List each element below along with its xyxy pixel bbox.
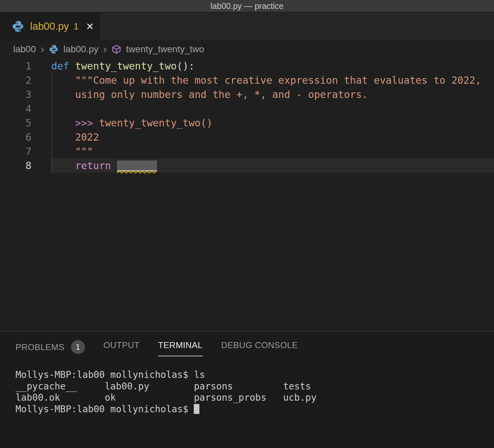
line-number: 4 [0, 102, 31, 116]
code-text: using only numbers and the +, *, and - o… [51, 87, 494, 102]
selection-highlight [117, 160, 157, 171]
code-line-6[interactable]: 6 2022 [0, 130, 494, 144]
code-token [51, 117, 75, 129]
code-token: 2022 [75, 131, 99, 143]
terminal-cursor [194, 404, 199, 414]
chevron-right-icon: › [103, 43, 107, 56]
code-line-7[interactable]: 7 """ [0, 144, 494, 158]
terminal-line: Mollys-MBP:lab00 mollynicholas$ [16, 404, 494, 415]
code-token: """Come up with the most creative expres… [75, 74, 481, 86]
tab-label: lab00.py [30, 21, 69, 32]
panel-tab-bar: PROBLEMS1OUTPUTTERMINALDEBUG CONSOLE [0, 332, 494, 359]
code-token: (): [177, 60, 194, 72]
code-text: 2022 [51, 130, 494, 144]
chevron-right-icon: › [41, 43, 44, 56]
line-number: 2 [0, 73, 31, 87]
line-number: 1 [0, 59, 31, 73]
warning-squiggle-icon [117, 171, 157, 174]
panel-tab-output[interactable]: OUTPUT [103, 340, 140, 356]
tab-problem-count-badge: 1 [73, 21, 79, 32]
code-token: """ [75, 146, 93, 157]
code-token: twenty_twenty_two [75, 60, 177, 72]
panel-tab-label: OUTPUT [103, 340, 140, 350]
terminal-line: lab00.ok ok parsons_probs ucb.py [16, 392, 494, 404]
code-line-2[interactable]: 2 """Come up with the most creative expr… [0, 73, 494, 87]
code-line-8[interactable]: 8 return [0, 158, 494, 173]
panel-tab-terminal[interactable]: TERMINAL [158, 340, 203, 356]
code-token [51, 131, 75, 143]
breadcrumb: lab00 › lab00.py › twenty_twenty_two [0, 40, 494, 58]
line-number: 3 [0, 87, 31, 102]
code-token [51, 160, 75, 171]
line-number: 6 [0, 130, 31, 144]
python-file-icon [12, 20, 24, 33]
code-text: return [51, 158, 494, 173]
panel-tab-label: TERMINAL [158, 340, 203, 350]
breadcrumb-symbol[interactable]: twenty_twenty_two [126, 44, 204, 55]
code-line-4[interactable]: 4 [0, 102, 494, 116]
terminal-output[interactable]: Mollys-MBP:lab00 mollynicholas$ ls__pyca… [0, 359, 494, 415]
panel-tab-debug-console[interactable]: DEBUG CONSOLE [221, 340, 298, 356]
code-token [51, 89, 75, 100]
window-title: lab00.py — practice [211, 1, 284, 11]
window-titlebar: lab00.py — practice [0, 0, 494, 12]
code-line-5[interactable]: 5 >>> twenty_twenty_two() [0, 116, 494, 130]
code-text: >>> twenty_twenty_two() [51, 116, 494, 130]
code-text: def twenty_twenty_two(): [51, 59, 494, 73]
code-token: twenty_twenty_two() [99, 117, 213, 129]
terminal-line: __pycache__ lab00.py parsons tests [16, 381, 494, 392]
line-number: 8 [0, 158, 31, 173]
code-token [93, 117, 99, 129]
breadcrumb-folder[interactable]: lab00 [13, 44, 36, 55]
code-editor[interactable]: 1def twenty_twenty_two():2 """Come up wi… [0, 58, 494, 331]
code-token: def [51, 60, 69, 72]
code-token: using only numbers and the +, *, and - o… [75, 89, 368, 100]
line-number: 7 [0, 144, 31, 158]
panel-tab-problems[interactable]: PROBLEMS1 [16, 340, 85, 359]
editor-tab-bar: lab00.py 1 ✕ [0, 12, 494, 40]
line-number: 5 [0, 116, 31, 130]
code-text: """ [51, 144, 494, 158]
code-token [69, 60, 75, 72]
code-text [51, 102, 494, 116]
vscode-window: lab00.py — practice lab00.py 1 ✕ lab00 ›… [0, 0, 494, 448]
code-text: """Come up with the most creative expres… [51, 73, 494, 87]
symbol-cube-icon [111, 44, 121, 54]
breadcrumb-file[interactable]: lab00.py [63, 44, 99, 55]
terminal-line: Mollys-MBP:lab00 mollynicholas$ ls [16, 369, 494, 381]
tab-lab00py[interactable]: lab00.py 1 ✕ [0, 12, 100, 40]
bottom-panel: PROBLEMS1OUTPUTTERMINALDEBUG CONSOLE Mol… [0, 331, 494, 448]
python-file-icon [49, 44, 59, 54]
code-token [51, 74, 75, 86]
code-token: >>> [75, 117, 93, 129]
panel-tab-label: DEBUG CONSOLE [221, 340, 298, 350]
close-icon[interactable]: ✕ [86, 21, 94, 32]
code-token [51, 146, 75, 157]
panel-tab-label: PROBLEMS [16, 342, 64, 352]
code-line-3[interactable]: 3 using only numbers and the +, *, and -… [0, 87, 494, 102]
code-line-1[interactable]: 1def twenty_twenty_two(): [0, 59, 494, 73]
code-token: return [75, 160, 111, 171]
problems-count-badge: 1 [71, 340, 85, 354]
code-token [111, 160, 117, 171]
